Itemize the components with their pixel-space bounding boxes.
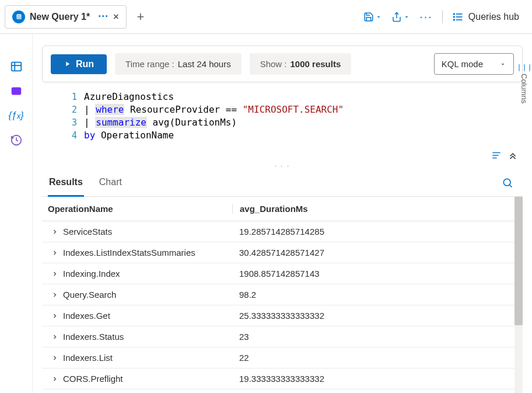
svg-point-6: [453, 19, 454, 20]
cell-avg-duration: 22: [232, 353, 510, 363]
table-header: OperationName avg_DurationMs: [42, 197, 514, 221]
col-operation-name[interactable]: OperationName: [47, 204, 232, 214]
scrollbar-thumb[interactable]: [514, 197, 523, 325]
show-value: 1000 results: [290, 59, 341, 69]
table-row[interactable]: CORS.Preflight19.333333333333332: [42, 368, 514, 389]
query-tab[interactable]: New Query 1* ··· ×: [5, 5, 127, 29]
table-row[interactable]: Indexes.Get25.333333333333332: [42, 305, 514, 326]
save-button[interactable]: [363, 12, 382, 22]
table-row[interactable]: ServiceStats19.285714285714285: [42, 221, 514, 242]
svg-line-16: [510, 185, 512, 187]
show-limit-picker[interactable]: Show : 1000 results: [250, 53, 352, 75]
scrollbar[interactable]: [514, 197, 523, 393]
table-row[interactable]: Query.Search98.2: [42, 284, 514, 305]
cell-operation-name: Indexing.Index: [63, 269, 232, 279]
cell-operation-name: Indexers.Status: [63, 332, 232, 342]
expand-row-icon[interactable]: [47, 291, 63, 298]
queries-hub-label: Queries hub: [468, 12, 519, 22]
top-right-actions: ··· Queries hub: [363, 10, 527, 23]
cell-operation-name: ServiceStats: [63, 227, 232, 237]
table-row[interactable]: Indexers.Status23: [42, 326, 514, 347]
expand-row-icon[interactable]: [47, 270, 63, 277]
time-range-value: Last 24 hours: [178, 59, 231, 69]
collapse-up-icon[interactable]: [508, 150, 518, 161]
col-avg-duration[interactable]: avg_DurationMs: [232, 204, 510, 214]
queries-hub-button[interactable]: Queries hub: [452, 11, 519, 23]
resize-handle[interactable]: · · ·: [42, 162, 523, 170]
cell-avg-duration: 19.285714285714285: [232, 227, 510, 237]
svg-point-5: [453, 16, 454, 18]
columns-label: Columns: [520, 74, 528, 103]
align-icon[interactable]: [491, 150, 502, 161]
cell-avg-duration: 25.333333333333332: [232, 311, 510, 321]
tab-chart[interactable]: Chart: [98, 173, 123, 196]
queries-icon[interactable]: [9, 84, 23, 98]
code-content: AzureDiagnostics | where ResourceProvide…: [84, 91, 523, 142]
logs-icon: [12, 11, 25, 23]
expand-row-icon[interactable]: [47, 375, 63, 382]
cell-avg-duration: 30.428571428571427: [232, 248, 510, 258]
cell-avg-duration: 19.333333333333332: [232, 374, 510, 384]
cell-operation-name: Indexers.List: [63, 353, 232, 363]
tab-bar: New Query 1* ··· × + ··· Queries hub: [0, 0, 532, 34]
cell-operation-name: CORS.Preflight: [63, 374, 232, 384]
table-row[interactable]: Indexers.List22: [42, 347, 514, 368]
results-toolbar: [42, 148, 523, 162]
cell-operation-name: Indexes.ListIndexStatsSummaries: [63, 248, 232, 258]
tables-icon[interactable]: [9, 60, 23, 74]
functions-icon[interactable]: {ƒx}: [9, 109, 23, 123]
kql-editor[interactable]: 1 2 3 4 AzureDiagnostics | where Resourc…: [42, 88, 523, 148]
svg-rect-10: [11, 88, 21, 95]
tab-menu-icon[interactable]: ···: [98, 11, 108, 23]
run-button[interactable]: Run: [51, 54, 107, 74]
mode-dropdown[interactable]: KQL mode: [434, 53, 514, 75]
columns-icon: ❘❘❘: [516, 63, 532, 71]
run-label: Run: [76, 59, 94, 69]
expand-row-icon[interactable]: [47, 333, 63, 340]
tab-results[interactable]: Results: [48, 173, 84, 197]
svg-point-15: [503, 179, 510, 186]
time-range-label: Time range :: [125, 59, 174, 69]
tab-title: New Query 1*: [30, 12, 90, 22]
table-row[interactable]: Indexing.Index1908.857142857143: [42, 263, 514, 284]
table-row[interactable]: Indexes.ListIndexStatsSummaries30.428571…: [42, 242, 514, 263]
cell-operation-name: Query.Search: [63, 290, 232, 300]
cell-operation-name: Indexes.Get: [63, 311, 232, 321]
cell-avg-duration: 23: [232, 332, 510, 342]
left-rail: {ƒx}: [0, 34, 33, 393]
expand-row-icon[interactable]: [47, 312, 63, 319]
cell-avg-duration: 98.2: [232, 290, 510, 300]
result-tabs: Results Chart: [42, 170, 523, 197]
svg-point-4: [453, 13, 454, 15]
query-toolbar: Run Time range : Last 24 hours Show : 10…: [42, 46, 523, 82]
expand-row-icon[interactable]: [47, 249, 63, 256]
search-results-icon[interactable]: [502, 173, 517, 196]
divider: [442, 11, 443, 23]
add-tab-button[interactable]: +: [137, 9, 145, 25]
line-gutter: 1 2 3 4: [65, 91, 77, 142]
time-range-picker[interactable]: Time range : Last 24 hours: [115, 53, 242, 75]
expand-row-icon[interactable]: [47, 228, 63, 235]
show-label: Show :: [260, 59, 287, 69]
share-button[interactable]: [391, 12, 410, 22]
columns-panel-button[interactable]: ❘❘❘ Columns: [515, 61, 532, 106]
mode-value: KQL mode: [442, 59, 483, 69]
more-actions-button[interactable]: ···: [419, 10, 433, 23]
svg-rect-7: [11, 62, 21, 71]
close-tab-icon[interactable]: ×: [113, 12, 118, 22]
results-table: OperationName avg_DurationMs ServiceStat…: [42, 197, 514, 393]
history-icon[interactable]: [9, 133, 23, 147]
expand-row-icon[interactable]: [47, 354, 63, 361]
cell-avg-duration: 1908.857142857143: [232, 269, 510, 279]
